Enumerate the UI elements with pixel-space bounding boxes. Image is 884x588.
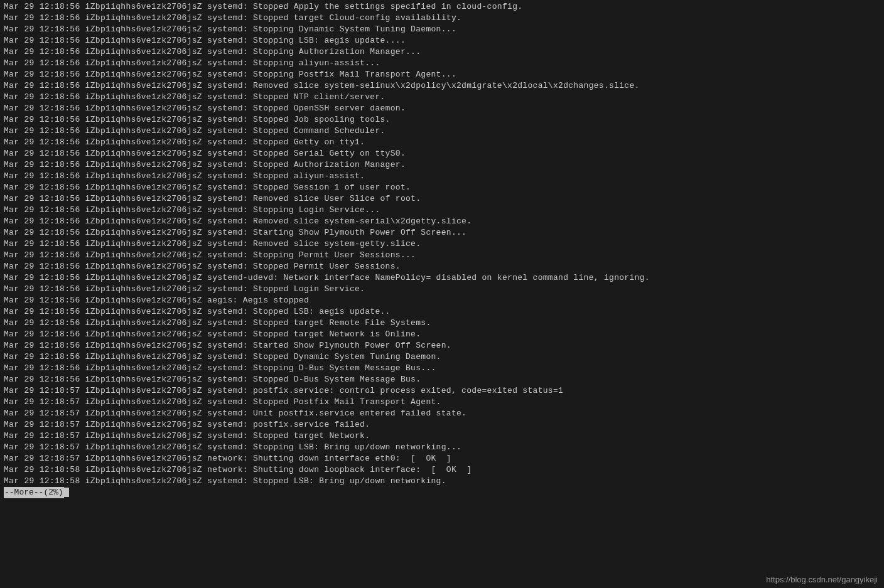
pager-more-prompt: --More--(2%) [4, 487, 64, 498]
log-line: Mar 29 12:18:57 iZbp1iqhhs6ve1zk2706jsZ … [4, 419, 880, 430]
log-line: Mar 29 12:18:57 iZbp1iqhhs6ve1zk2706jsZ … [4, 453, 880, 464]
log-line: Mar 29 12:18:56 iZbp1iqhhs6ve1zk2706jsZ … [4, 284, 880, 295]
log-line: Mar 29 12:18:56 iZbp1iqhhs6ve1zk2706jsZ … [4, 295, 880, 306]
log-line: Mar 29 12:18:57 iZbp1iqhhs6ve1zk2706jsZ … [4, 430, 880, 442]
log-line: Mar 29 12:18:56 iZbp1iqhhs6ve1zk2706jsZ … [4, 351, 880, 363]
log-line: Mar 29 12:18:58 iZbp1iqhhs6ve1zk2706jsZ … [4, 464, 880, 476]
log-line: Mar 29 12:18:56 iZbp1iqhhs6ve1zk2706jsZ … [4, 103, 880, 114]
log-line: Mar 29 12:18:58 iZbp1iqhhs6ve1zk2706jsZ … [4, 476, 880, 487]
log-line: Mar 29 12:18:56 iZbp1iqhhs6ve1zk2706jsZ … [4, 216, 880, 227]
log-line: Mar 29 12:18:56 iZbp1iqhhs6ve1zk2706jsZ … [4, 374, 880, 385]
terminal-output[interactable]: Mar 29 12:18:56 iZbp1iqhhs6ve1zk2706jsZ … [4, 1, 880, 487]
log-line: Mar 29 12:18:56 iZbp1iqhhs6ve1zk2706jsZ … [4, 171, 880, 182]
log-line: Mar 29 12:18:56 iZbp1iqhhs6ve1zk2706jsZ … [4, 306, 880, 318]
more-prompt-row[interactable]: --More--(2%) [4, 487, 880, 498]
log-line: Mar 29 12:18:56 iZbp1iqhhs6ve1zk2706jsZ … [4, 205, 880, 216]
log-line: Mar 29 12:18:56 iZbp1iqhhs6ve1zk2706jsZ … [4, 363, 880, 374]
log-line: Mar 29 12:18:56 iZbp1iqhhs6ve1zk2706jsZ … [4, 126, 880, 137]
log-line: Mar 29 12:18:56 iZbp1iqhhs6ve1zk2706jsZ … [4, 261, 880, 272]
log-line: Mar 29 12:18:57 iZbp1iqhhs6ve1zk2706jsZ … [4, 385, 880, 397]
log-line: Mar 29 12:18:56 iZbp1iqhhs6ve1zk2706jsZ … [4, 193, 880, 205]
log-line: Mar 29 12:18:56 iZbp1iqhhs6ve1zk2706jsZ … [4, 159, 880, 171]
watermark: https://blog.csdn.net/gangyikeji [766, 574, 878, 585]
log-line: Mar 29 12:18:57 iZbp1iqhhs6ve1zk2706jsZ … [4, 442, 880, 453]
log-line: Mar 29 12:18:56 iZbp1iqhhs6ve1zk2706jsZ … [4, 24, 880, 35]
log-line: Mar 29 12:18:56 iZbp1iqhhs6ve1zk2706jsZ … [4, 80, 880, 92]
log-line: Mar 29 12:18:56 iZbp1iqhhs6ve1zk2706jsZ … [4, 58, 880, 69]
log-line: Mar 29 12:18:56 iZbp1iqhhs6ve1zk2706jsZ … [4, 137, 880, 148]
log-line: Mar 29 12:18:56 iZbp1iqhhs6ve1zk2706jsZ … [4, 46, 880, 58]
log-line: Mar 29 12:18:56 iZbp1iqhhs6ve1zk2706jsZ … [4, 13, 880, 24]
log-line: Mar 29 12:18:56 iZbp1iqhhs6ve1zk2706jsZ … [4, 227, 880, 238]
log-line: Mar 29 12:18:56 iZbp1iqhhs6ve1zk2706jsZ … [4, 272, 880, 284]
log-line: Mar 29 12:18:56 iZbp1iqhhs6ve1zk2706jsZ … [4, 69, 880, 80]
log-line: Mar 29 12:18:56 iZbp1iqhhs6ve1zk2706jsZ … [4, 329, 880, 340]
log-line: Mar 29 12:18:56 iZbp1iqhhs6ve1zk2706jsZ … [4, 92, 880, 103]
log-line: Mar 29 12:18:56 iZbp1iqhhs6ve1zk2706jsZ … [4, 318, 880, 329]
log-line: Mar 29 12:18:57 iZbp1iqhhs6ve1zk2706jsZ … [4, 397, 880, 408]
log-line: Mar 29 12:18:56 iZbp1iqhhs6ve1zk2706jsZ … [4, 182, 880, 193]
log-line: Mar 29 12:18:56 iZbp1iqhhs6ve1zk2706jsZ … [4, 340, 880, 351]
log-line: Mar 29 12:18:57 iZbp1iqhhs6ve1zk2706jsZ … [4, 408, 880, 419]
log-line: Mar 29 12:18:56 iZbp1iqhhs6ve1zk2706jsZ … [4, 1, 880, 13]
log-line: Mar 29 12:18:56 iZbp1iqhhs6ve1zk2706jsZ … [4, 35, 880, 46]
log-line: Mar 29 12:18:56 iZbp1iqhhs6ve1zk2706jsZ … [4, 250, 880, 261]
log-line: Mar 29 12:18:56 iZbp1iqhhs6ve1zk2706jsZ … [4, 238, 880, 250]
log-line: Mar 29 12:18:56 iZbp1iqhhs6ve1zk2706jsZ … [4, 148, 880, 159]
log-line: Mar 29 12:18:56 iZbp1iqhhs6ve1zk2706jsZ … [4, 114, 880, 126]
cursor [64, 488, 69, 497]
